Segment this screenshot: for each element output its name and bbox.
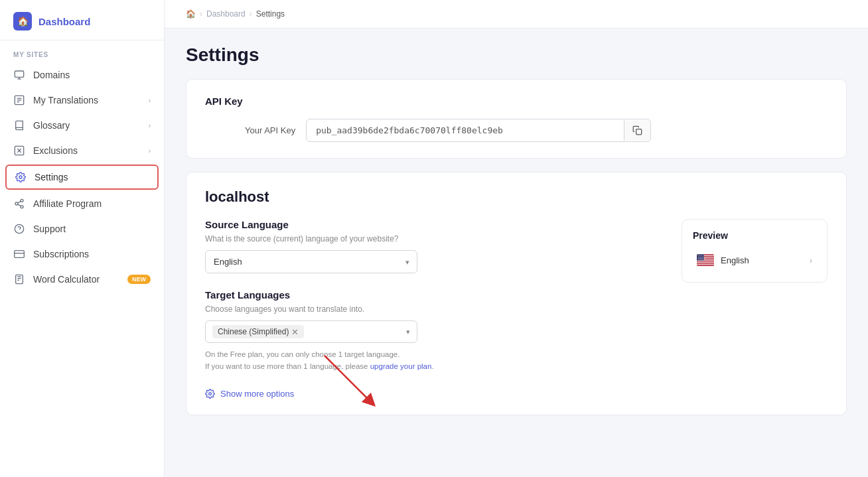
svg-rect-24 bbox=[636, 129, 642, 135]
gear-small-icon bbox=[205, 389, 215, 399]
sidebar-item-settings[interactable]: Settings bbox=[5, 165, 159, 190]
sidebar-item-glossary-label: Glossary bbox=[33, 120, 141, 131]
svg-point-12 bbox=[15, 202, 18, 205]
sidebar-item-affiliate[interactable]: Affiliate Program bbox=[0, 191, 164, 216]
api-key-card: API Key Your API Key bbox=[186, 79, 847, 159]
chevron-icon: › bbox=[149, 122, 151, 129]
source-language-title: Source Language bbox=[205, 219, 668, 230]
subscriptions-icon bbox=[13, 248, 25, 260]
new-badge: New bbox=[127, 275, 151, 284]
svg-point-11 bbox=[21, 199, 23, 202]
tag-select-arrow-icon: ▾ bbox=[406, 328, 410, 336]
breadcrumb-current: Settings bbox=[256, 9, 285, 19]
sidebar-logo-text: Dashboard bbox=[38, 16, 90, 27]
sidebar-item-glossary[interactable]: Glossary › bbox=[0, 113, 164, 138]
api-key-section-title: API Key bbox=[205, 96, 828, 107]
tag-label: Chinese (Simplified) bbox=[218, 327, 289, 336]
domain-icon bbox=[13, 69, 25, 81]
sidebar-item-word-calculator-label: Word Calculator bbox=[33, 274, 119, 285]
source-language-desc: What is the source (current) language of… bbox=[205, 234, 668, 243]
preview-language-name: English bbox=[721, 255, 803, 265]
target-language-tag: Chinese (Simplified) ✕ bbox=[212, 325, 304, 338]
preview-title: Preview bbox=[693, 230, 816, 241]
upgrade-plan-link[interactable]: upgrade your plan bbox=[370, 362, 432, 370]
sidebar-item-my-translations-label: My Translations bbox=[33, 95, 141, 105]
api-key-copy-button[interactable] bbox=[624, 120, 650, 141]
sidebar-item-subscriptions[interactable]: Subscriptions bbox=[0, 241, 164, 267]
sidebar-logo[interactable]: 🏠 Dashboard bbox=[0, 0, 164, 40]
svg-rect-37 bbox=[697, 263, 714, 264]
source-language-group: Source Language What is the source (curr… bbox=[205, 219, 668, 273]
sidebar-item-my-translations[interactable]: My Translations › bbox=[0, 88, 164, 113]
translations-icon bbox=[13, 94, 25, 106]
settings-icon bbox=[15, 171, 27, 183]
svg-rect-18 bbox=[15, 251, 25, 258]
breadcrumb-dashboard[interactable]: Dashboard bbox=[206, 9, 246, 19]
support-icon bbox=[13, 223, 25, 235]
affiliate-icon bbox=[13, 198, 25, 210]
svg-line-14 bbox=[18, 204, 21, 206]
sidebar-item-subscriptions-label: Subscriptions bbox=[33, 249, 151, 259]
show-more-label: Show more options bbox=[220, 389, 294, 399]
us-flag-icon: ★★★★★★ ★★★★★ ★★★★★★ ★★★★★ bbox=[697, 254, 714, 266]
sidebar-item-support-label: Support bbox=[33, 224, 151, 234]
svg-rect-36 bbox=[697, 262, 714, 263]
exclusions-icon bbox=[13, 145, 25, 157]
sidebar-item-domains-label: Domains bbox=[33, 70, 151, 80]
chevron-icon: › bbox=[149, 147, 151, 155]
svg-rect-34 bbox=[697, 261, 714, 261]
source-language-select[interactable]: English bbox=[205, 250, 417, 273]
calculator-icon bbox=[13, 273, 25, 285]
sidebar-item-exclusions[interactable]: Exclusions › bbox=[0, 138, 164, 163]
svg-point-13 bbox=[21, 206, 23, 208]
api-key-label: Your API Key bbox=[245, 125, 295, 135]
tag-remove-button[interactable]: ✕ bbox=[291, 328, 299, 336]
api-key-input-wrap bbox=[306, 119, 651, 142]
target-languages-desc: Choose languages you want to translate i… bbox=[205, 305, 668, 314]
preview-panel: Preview bbox=[682, 219, 828, 283]
main-content: 🏠 › Dashboard › Settings Settings API Ke… bbox=[165, 0, 868, 477]
target-languages-info: On the Free plan, you can only choose 1 … bbox=[205, 348, 470, 373]
source-language-select-wrap: English ▾ bbox=[205, 250, 417, 273]
show-more-container: Show more options bbox=[205, 389, 668, 399]
svg-point-10 bbox=[19, 176, 22, 178]
svg-rect-0 bbox=[15, 71, 23, 77]
svg-rect-39 bbox=[697, 265, 714, 266]
sidebar-item-exclusions-label: Exclusions bbox=[33, 145, 141, 156]
svg-point-26 bbox=[209, 392, 212, 395]
preview-language-item[interactable]: ★★★★★★ ★★★★★ ★★★★★★ ★★★★★ English › bbox=[693, 249, 816, 271]
home-icon: 🏠 bbox=[13, 12, 32, 31]
svg-rect-38 bbox=[697, 264, 714, 265]
svg-rect-35 bbox=[697, 261, 714, 262]
glossary-icon bbox=[13, 119, 25, 131]
sidebar-item-word-calculator[interactable]: Word Calculator New bbox=[0, 267, 164, 292]
sidebar-section-label: MY SITES bbox=[0, 40, 164, 62]
svg-line-15 bbox=[18, 201, 21, 203]
target-languages-select-wrap[interactable]: Chinese (Simplified) ✕ ▾ bbox=[205, 320, 417, 343]
home-breadcrumb-icon: 🏠 bbox=[186, 9, 196, 19]
api-key-input[interactable] bbox=[307, 119, 624, 141]
target-languages-group: Target Languages Choose languages you wa… bbox=[205, 289, 668, 373]
show-more-options-link[interactable]: Show more options bbox=[205, 389, 668, 399]
page-title: Settings bbox=[186, 44, 847, 66]
breadcrumb: 🏠 › Dashboard › Settings bbox=[165, 0, 868, 29]
sidebar: 🏠 Dashboard MY SITES Domains My Translat… bbox=[0, 0, 165, 477]
chevron-icon: › bbox=[149, 97, 151, 104]
sidebar-item-affiliate-label: Affiliate Program bbox=[33, 198, 151, 209]
sidebar-item-support[interactable]: Support bbox=[0, 216, 164, 241]
sidebar-item-settings-label: Settings bbox=[35, 172, 149, 182]
localhost-settings-card: localhost Source Language What is the so… bbox=[186, 172, 847, 415]
target-languages-title: Target Languages bbox=[205, 289, 668, 301]
sidebar-item-domains[interactable]: Domains bbox=[0, 62, 164, 88]
site-name: localhost bbox=[205, 188, 828, 206]
preview-chevron-icon: › bbox=[810, 255, 812, 265]
